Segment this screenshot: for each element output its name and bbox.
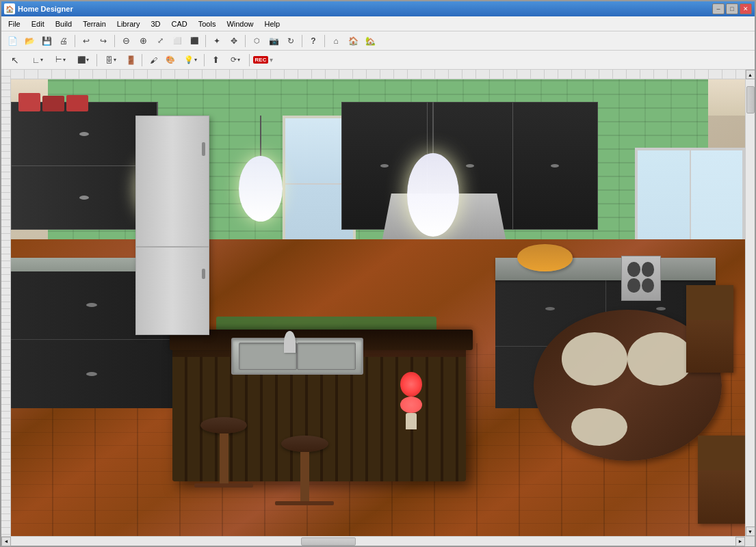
cabinet-button[interactable]: 🗄 ▾ <box>100 53 122 68</box>
menu-file[interactable]: File <box>3 16 26 31</box>
close-button[interactable]: ✕ <box>740 3 752 14</box>
scrollbar-right[interactable]: ▲ ▼ <box>745 70 755 536</box>
zoom-out-button[interactable]: ⊖ <box>118 34 134 49</box>
pendant-light-3 <box>407 102 458 230</box>
menu-help[interactable]: Help <box>259 16 286 31</box>
select-button[interactable]: ✦ <box>209 34 225 49</box>
maximize-button[interactable]: □ <box>726 3 738 14</box>
menu-edit[interactable]: Edit <box>26 16 50 31</box>
fit-screen-button[interactable]: ⤢ <box>152 34 168 49</box>
dimension-button[interactable]: ⊢ ▾ <box>49 53 71 68</box>
toolbar-row-2: ↖ ∟ ▾ ⊢ ▾ ⬛ ▾ 🗄 ▾ 🚪 🖌 🎨 💡 ▾ <box>1 51 755 70</box>
main-window: 🏠 Home Designer – □ ✕ File Edit Build Te… <box>0 0 756 547</box>
3d-view-button[interactable]: ⬡ <box>248 34 265 49</box>
orbit-button[interactable]: ↻ <box>283 34 299 49</box>
menu-cad[interactable]: CAD <box>166 16 192 31</box>
menu-terrain[interactable]: Terrain <box>77 16 112 31</box>
print-button[interactable]: 🖨 <box>55 34 72 49</box>
barstool-1 <box>194 417 253 499</box>
menu-library[interactable]: Library <box>112 16 146 31</box>
paint-brush-button[interactable]: 🖌 <box>145 53 161 68</box>
roof-button[interactable]: ⌂ <box>328 34 344 49</box>
arrow-select-button[interactable]: ↖ <box>4 53 26 68</box>
menu-tools[interactable]: Tools <box>193 16 222 31</box>
rec-badge: REC <box>253 56 269 64</box>
title-bar-buttons: – □ ✕ <box>712 3 752 14</box>
tb2-sep-1 <box>96 54 97 66</box>
title-bar-left: 🏠 Home Designer <box>4 3 73 14</box>
transform-button[interactable]: ⟳ ▾ <box>224 53 246 68</box>
up-arrow-button[interactable]: ⬆ <box>207 53 224 68</box>
countertop-right <box>495 258 716 280</box>
door-button[interactable]: 🚪 <box>122 53 139 68</box>
tb2-sep-2 <box>142 54 142 66</box>
tb-sep-3 <box>205 35 206 47</box>
save-button[interactable]: 💾 <box>38 34 55 49</box>
rec-button[interactable]: REC <box>252 53 269 68</box>
zoom-in-button[interactable]: ⊕ <box>135 34 151 49</box>
scrollbar-thumb-right[interactable] <box>746 86 755 114</box>
ruler-top <box>11 70 745 79</box>
new-button[interactable]: 📄 <box>4 34 21 49</box>
menu-bar: File Edit Build Terrain Library 3D CAD T… <box>1 16 755 31</box>
app-icon: 🏠 <box>4 3 15 14</box>
scrollbar-down-button[interactable]: ▼ <box>746 526 755 536</box>
menu-build[interactable]: Build <box>50 16 77 31</box>
fill-button[interactable]: ⬛ <box>186 34 203 49</box>
tb2-sep-4 <box>249 54 250 66</box>
zoom-box-button[interactable]: ⬜ <box>169 34 185 49</box>
tb-sep-2 <box>114 35 115 47</box>
kitchen-scene <box>11 79 745 536</box>
object-button[interactable]: ⬛ ▾ <box>72 53 94 68</box>
island-faucet <box>284 331 296 353</box>
title-bar: 🏠 Home Designer – □ ✕ <box>1 1 755 16</box>
canvas-area[interactable] <box>11 70 745 536</box>
cabinet-decor <box>18 93 129 111</box>
scrollbar-right-button[interactable]: ► <box>735 537 745 546</box>
scrollbar-track-right[interactable] <box>746 79 755 526</box>
tb-sep-5 <box>302 35 302 47</box>
scrollbar-left-button[interactable]: ◄ <box>1 537 11 546</box>
camera-3d-button[interactable]: 📷 <box>265 34 282 49</box>
light-button[interactable]: 💡 ▾ <box>179 53 201 68</box>
scrollbar-track-bottom[interactable] <box>11 537 735 546</box>
open-button[interactable]: 📂 <box>21 34 38 49</box>
scroll-corner <box>745 537 755 546</box>
island-sink <box>231 338 363 374</box>
material-button[interactable]: 🎨 <box>162 53 179 68</box>
pendant-light-2 <box>239 116 283 216</box>
menu-window[interactable]: Window <box>221 16 259 31</box>
home-button[interactable]: 🏠 <box>345 34 361 49</box>
refrigerator <box>135 116 209 335</box>
pan-button[interactable]: ✥ <box>226 34 242 49</box>
ruler-left <box>1 70 11 536</box>
bottom-bar: ◄ ► <box>1 536 755 546</box>
minimize-button[interactable]: – <box>712 3 725 14</box>
scrollbar-thumb-bottom[interactable] <box>301 537 356 546</box>
help-button[interactable]: ? <box>305 34 322 49</box>
redo-button[interactable]: ↪ <box>95 34 112 49</box>
scrollbar-up-button[interactable]: ▲ <box>746 70 755 79</box>
flower-vase <box>393 372 430 427</box>
window-title: Home Designer <box>18 5 73 13</box>
tb-sep-4 <box>245 35 246 47</box>
undo-button[interactable]: ↩ <box>78 34 94 49</box>
tb2-sep-3 <box>204 54 205 66</box>
exterior-button[interactable]: 🏡 <box>362 34 378 49</box>
main-area: ▲ ▼ <box>1 70 755 536</box>
polyline-button[interactable]: ∟ ▾ <box>27 53 49 68</box>
dining-area <box>510 285 745 536</box>
tb-sep-6 <box>324 35 325 47</box>
barstool-2 <box>275 436 334 518</box>
tb-sep-1 <box>75 35 75 47</box>
menu-3d[interactable]: 3D <box>145 16 166 31</box>
toolbar-row-1: 📄 📂 💾 🖨 ↩ ↪ ⊖ ⊕ ⤢ ⬜ ⬛ <box>1 31 755 51</box>
